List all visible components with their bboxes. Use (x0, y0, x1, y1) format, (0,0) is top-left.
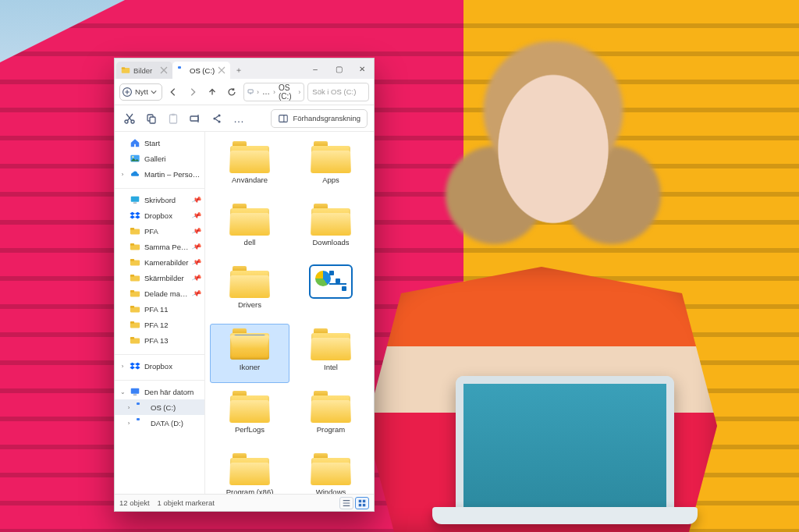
back-button[interactable] (165, 83, 182, 101)
refresh-button[interactable] (224, 83, 240, 101)
scissors-icon (123, 112, 136, 125)
tab-os-c[interactable]: OS (C:) (172, 62, 230, 79)
nav-quick-item[interactable]: Kamerabilder📌 (115, 254, 204, 270)
svg-rect-14 (279, 115, 288, 122)
nav-quick-item[interactable]: PFA📌 (115, 223, 204, 239)
details-view-button[interactable] (339, 497, 353, 509)
svg-rect-18 (133, 203, 137, 204)
status-item-count: 12 objekt (119, 498, 150, 507)
view-switcher (339, 497, 369, 509)
nav-item-label: PFA (144, 227, 189, 236)
drive-icon (136, 402, 147, 413)
chevron-right-icon: › (298, 88, 300, 96)
close-icon[interactable] (218, 66, 225, 74)
gallery-icon (130, 153, 140, 164)
folder-icon (228, 389, 272, 424)
nav-section-quick: Skrivbord📌Dropbox📌PFA📌Samma Per…📌Kamerab… (115, 188, 204, 351)
folder-item[interactable]: Användare (210, 137, 289, 196)
paste-button[interactable] (165, 110, 182, 127)
svg-rect-17 (131, 197, 140, 202)
nav-item-label: Skärmbilder (144, 274, 189, 282)
folder-icon (130, 241, 140, 252)
share-button[interactable] (208, 110, 225, 127)
folder-item[interactable]: Apps (291, 137, 371, 196)
new-button[interactable]: Nytt (119, 83, 162, 101)
nav-section-dropbox: › Dropbox (115, 354, 204, 377)
minimize-button[interactable]: – (304, 59, 327, 79)
window-controls: – ▢ ✕ (304, 59, 374, 79)
folder-item[interactable]: Intel (291, 324, 371, 383)
folder-item[interactable]: dell (210, 199, 289, 258)
nav-quick-item[interactable]: Samma Per…📌 (115, 239, 204, 254)
chevron-right-icon: › (257, 88, 259, 96)
item-label: PerfLogs (235, 425, 265, 434)
svg-rect-1 (122, 67, 126, 69)
home-icon (130, 137, 140, 148)
folder-item[interactable]: Ikoner (210, 324, 289, 383)
nav-quick-item[interactable]: PFA 12 (115, 317, 204, 332)
folder-item[interactable]: Drivers (210, 261, 289, 321)
tab-label: Bilder (133, 66, 157, 75)
items-view[interactable]: AnvändareAppsdellDownloadsDriversIkonerI… (205, 132, 374, 494)
tabstrip: Bilder OS (C:) ＋ – ▢ ✕ (115, 59, 374, 79)
nav-start[interactable]: Start (115, 135, 204, 151)
nav-quick-item[interactable]: PFA 13 (115, 332, 204, 348)
onedrive-icon (130, 168, 140, 179)
svg-rect-9 (172, 113, 175, 115)
chevron-right-icon: › (273, 88, 275, 96)
copy-button[interactable] (143, 110, 160, 127)
maximize-button[interactable]: ▢ (327, 59, 350, 79)
chevron-down-icon (151, 89, 157, 95)
nav-quick-item[interactable]: PFA 11 (115, 301, 204, 317)
pin-icon: 📌 (192, 210, 203, 220)
folder-item[interactable] (291, 261, 371, 321)
nav-quick-item[interactable]: Delade mappar📌 (115, 286, 204, 301)
folder-icon (130, 288, 140, 299)
folder-icon (309, 327, 353, 361)
copy-icon (145, 112, 158, 125)
item-label: Program (x86) (226, 488, 274, 494)
item-label: Program (317, 425, 345, 434)
close-icon[interactable] (160, 66, 168, 74)
nav-quick-item[interactable]: Skärmbilder📌 (115, 270, 204, 286)
cut-button[interactable] (121, 110, 138, 127)
tab-bilder[interactable]: Bilder (116, 62, 172, 79)
nav-drive-os-c[interactable]: › OS (C:) (115, 399, 204, 415)
up-button[interactable] (204, 83, 221, 101)
svg-rect-8 (170, 115, 177, 123)
search-placeholder: Sök i OS (C:) (312, 87, 356, 96)
close-window-button[interactable]: ✕ (350, 59, 374, 79)
nav-quick-item[interactable]: Dropbox📌 (115, 207, 204, 223)
nav-this-pc[interactable]: ⌄ Den här datorn (115, 384, 204, 399)
icons-view-button[interactable] (355, 497, 369, 509)
folder-item[interactable]: Program (x86) (210, 449, 289, 494)
nav-onedrive-personal[interactable]: › Martin – Personligt (115, 166, 204, 182)
svg-rect-38 (363, 499, 365, 502)
preview-toggle[interactable]: Förhandsgranskning (271, 109, 368, 128)
folder-item[interactable]: Windows (291, 449, 371, 494)
arrow-up-icon (207, 87, 218, 98)
item-label: Ikoner (240, 363, 260, 371)
share-icon (211, 112, 223, 125)
pin-icon: 📌 (192, 225, 203, 236)
nav-section-thispc: ⌄ Den här datorn › OS (C:) › DATA (D:) (115, 380, 204, 434)
rename-button[interactable] (186, 110, 204, 127)
folder-item[interactable]: PerfLogs (210, 386, 289, 445)
item-label: Användare (232, 176, 268, 184)
nav-quick-item[interactable]: Skrivbord📌 (115, 192, 204, 207)
nav-drive-data-d[interactable]: › DATA (D:) (115, 415, 204, 431)
folder-item[interactable]: Downloads (291, 199, 371, 258)
more-button[interactable]: … (230, 110, 247, 127)
address-bar[interactable]: › … › OS (C:) › (243, 83, 305, 101)
search-input[interactable]: Sök i OS (C:) (307, 83, 369, 101)
svg-rect-28 (130, 290, 134, 293)
nav-item-label: Kamerabilder (144, 258, 189, 267)
item-label: Intel (324, 363, 338, 371)
forward-button[interactable] (185, 83, 201, 101)
nav-galleri[interactable]: Galleri (115, 151, 204, 166)
folder-icon (121, 66, 130, 75)
folder-item[interactable]: Program (291, 386, 371, 445)
new-tab-button[interactable]: ＋ (230, 62, 247, 79)
address-row: Nytt › … › OS (C:) › Sök i OS (C:) (115, 79, 374, 105)
nav-dropbox[interactable]: › Dropbox (115, 358, 204, 374)
